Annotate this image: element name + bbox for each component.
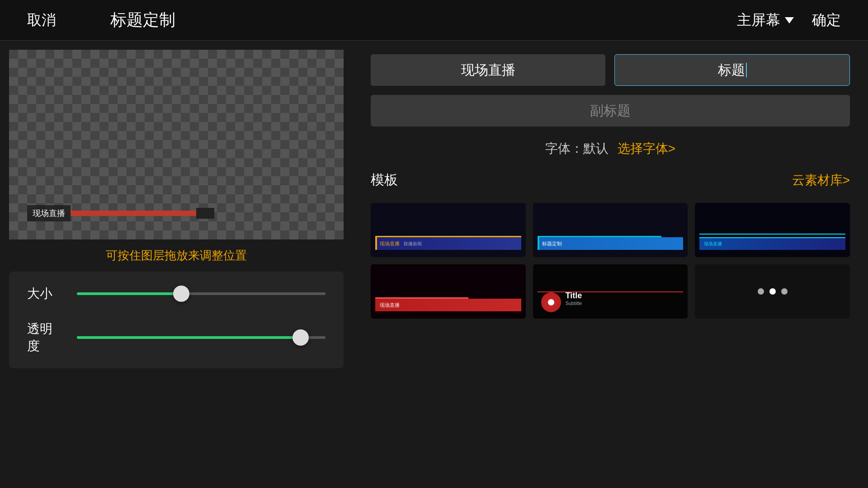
tpl6-dot-2 — [769, 288, 776, 295]
tpl5-subtitle: Subtitle — [566, 300, 582, 306]
confirm-button[interactable]: 确定 — [812, 10, 841, 30]
template-header: 模板 云素材库> — [371, 171, 850, 194]
screen-label: 主屏幕 — [737, 10, 780, 30]
subtitle-placeholder: 副标题 — [590, 102, 631, 120]
right-panel: 现场直播 标题 副标题 字体：默认 选择字体> 模板 云素材库> — [353, 41, 868, 488]
size-slider[interactable] — [77, 289, 326, 298]
tpl3-line — [699, 234, 845, 235]
live-button[interactable]: 现场直播 — [371, 54, 605, 86]
size-label: 大小 — [27, 285, 63, 302]
left-panel: 现场直播 可按住图层拖放来调整位置 大小 透明度 — [0, 41, 353, 488]
tpl5-dot — [548, 299, 554, 305]
preview-area[interactable]: 现场直播 — [9, 50, 344, 239]
tpl3-text: 现场直播 — [704, 241, 722, 247]
opacity-track-fill — [77, 336, 301, 339]
opacity-thumb[interactable] — [292, 329, 309, 346]
opacity-slider-row: 透明度 — [27, 320, 326, 355]
template-item-5[interactable]: Title Subtitle — [533, 264, 688, 319]
size-thumb[interactable] — [173, 286, 189, 302]
preview-live-label: 现场直播 — [27, 205, 71, 221]
main-layout: 现场直播 可按住图层拖放来调整位置 大小 透明度 — [0, 41, 868, 488]
template-item-2[interactable]: 标题定制 — [533, 203, 688, 257]
cloud-library-button[interactable]: 云素材库> — [792, 172, 850, 189]
tpl2-text: 标题定制 — [542, 240, 562, 247]
tpl6-dot-1 — [758, 288, 764, 295]
template-section-label: 模板 — [371, 171, 398, 189]
font-label: 字体：默认 — [545, 140, 609, 157]
tpl4-accent — [375, 297, 468, 299]
size-slider-row: 大小 — [27, 285, 326, 302]
cancel-button[interactable]: 取消 — [27, 10, 56, 30]
opacity-slider[interactable] — [77, 333, 326, 342]
tpl2-accent — [538, 236, 661, 237]
header-right: 主屏幕 确定 — [737, 10, 841, 30]
font-row: 字体：默认 选择字体> — [371, 136, 850, 162]
title-input-value: 标题 — [718, 61, 745, 80]
tpl5-red-line — [538, 291, 684, 292]
tpl6-dot-3 — [781, 288, 788, 295]
tpl5-text-block: Title Subtitle — [566, 291, 582, 306]
tpl5-circle — [541, 292, 561, 312]
font-select-button[interactable]: 选择字体> — [618, 140, 675, 157]
cursor-icon — [746, 63, 747, 77]
drag-hint: 可按住图层拖放来调整位置 — [9, 239, 344, 272]
template-grid: 现场直播 联播新闻 标题定制 现场直播 现场直播 — [371, 203, 850, 319]
template-item-1[interactable]: 现场直播 联播新闻 — [371, 203, 526, 257]
title-input[interactable]: 标题 — [614, 54, 850, 86]
template-item-6[interactable] — [695, 264, 850, 319]
preview-dark-bar — [196, 208, 214, 219]
input-row-1: 现场直播 标题 — [371, 54, 850, 86]
tpl5-title: Title — [566, 291, 582, 300]
preview-overlay: 现场直播 — [27, 205, 214, 221]
live-button-label: 现场直播 — [461, 61, 515, 80]
page-title: 标题定制 — [110, 9, 175, 31]
sliders-section: 大小 透明度 — [9, 272, 344, 368]
template-item-4[interactable]: 现场直播 — [371, 264, 526, 319]
header: 取消 标题定制 主屏幕 确定 — [0, 0, 868, 41]
tpl1-text: 现场直播 联播新闻 — [380, 240, 422, 247]
tpl4-text: 现场直播 — [380, 302, 400, 309]
dropdown-arrow-icon — [785, 17, 794, 23]
subtitle-input[interactable]: 副标题 — [371, 95, 850, 127]
size-track-fill — [77, 292, 181, 295]
preview-red-bar — [71, 211, 197, 216]
screen-selector[interactable]: 主屏幕 — [737, 10, 794, 30]
opacity-label: 透明度 — [27, 320, 63, 355]
header-left: 取消 标题定制 — [27, 9, 175, 31]
template-item-3[interactable]: 现场直播 — [695, 203, 850, 257]
